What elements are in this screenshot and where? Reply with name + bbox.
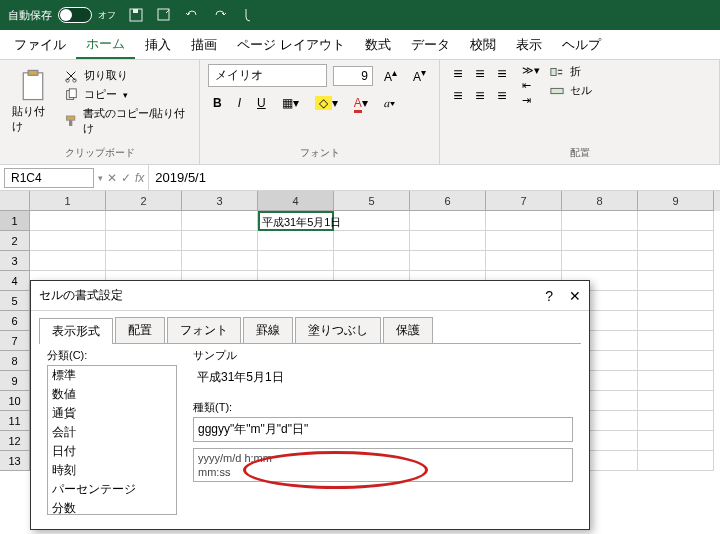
border-button[interactable]: ▦▾: [277, 93, 304, 113]
wrap-text-button[interactable]: 折: [550, 64, 592, 79]
cell[interactable]: [258, 231, 334, 251]
cell[interactable]: [106, 251, 182, 271]
undo-icon[interactable]: [184, 7, 200, 23]
touch-mode-icon[interactable]: [240, 7, 256, 23]
tab-review[interactable]: 校閲: [460, 32, 506, 58]
align-center-icon[interactable]: ≡: [470, 86, 490, 106]
cell[interactable]: [638, 451, 714, 471]
close-icon[interactable]: ✕: [569, 288, 581, 304]
format-painter-button[interactable]: 書式のコピー/貼り付け: [64, 106, 191, 136]
cell[interactable]: [410, 251, 486, 271]
col-header[interactable]: 5: [334, 191, 410, 211]
row-header[interactable]: 2: [0, 231, 30, 251]
cell[interactable]: [106, 231, 182, 251]
cell[interactable]: [30, 251, 106, 271]
cell[interactable]: [334, 231, 410, 251]
cell[interactable]: [638, 311, 714, 331]
cell[interactable]: 平成31年5月1日: [258, 211, 334, 231]
row-header[interactable]: 11: [0, 411, 30, 431]
cat-item[interactable]: 分数: [48, 499, 176, 515]
cancel-formula-icon[interactable]: ✕: [107, 171, 117, 185]
italic-button[interactable]: I: [233, 93, 246, 113]
tab-formulas[interactable]: 数式: [355, 32, 401, 58]
type-list[interactable]: yyyy/m/d h:mm mm:ss: [193, 448, 573, 482]
col-header[interactable]: 8: [562, 191, 638, 211]
align-right-icon[interactable]: ≡: [492, 86, 512, 106]
tab-file[interactable]: ファイル: [4, 32, 76, 58]
copy-button[interactable]: コピー▾: [64, 87, 191, 102]
cell[interactable]: [562, 231, 638, 251]
cat-item[interactable]: 会計: [48, 423, 176, 442]
tab-page-layout[interactable]: ページ レイアウト: [227, 32, 355, 58]
toggle-switch[interactable]: [58, 7, 92, 23]
cell[interactable]: [638, 391, 714, 411]
fx-icon[interactable]: fx: [135, 171, 144, 185]
row-header[interactable]: 3: [0, 251, 30, 271]
formula-input[interactable]: 2019/5/1: [148, 165, 720, 190]
align-bottom-icon[interactable]: ≡: [492, 64, 512, 84]
cell[interactable]: [638, 271, 714, 291]
dtab-alignment[interactable]: 配置: [115, 317, 165, 343]
type-input[interactable]: gggyy"年"m"月"d"日": [193, 417, 573, 442]
name-box[interactable]: R1C4: [4, 168, 94, 188]
category-list[interactable]: 標準 数値 通貨 会計 日付 時刻 パーセンテージ 分数 指数: [47, 365, 177, 515]
autosave-toggle[interactable]: 自動保存 オフ: [8, 7, 116, 23]
cell[interactable]: [486, 251, 562, 271]
dtab-font[interactable]: フォント: [167, 317, 241, 343]
cell[interactable]: [638, 351, 714, 371]
phonetic-button[interactable]: 𝑎▾: [379, 93, 400, 113]
font-size-select[interactable]: 9: [333, 66, 373, 86]
increase-font-icon[interactable]: A▴: [379, 64, 402, 87]
font-name-select[interactable]: メイリオ: [208, 64, 327, 87]
save-as-icon[interactable]: [156, 7, 172, 23]
increase-indent-icon[interactable]: ⇥: [522, 94, 540, 107]
col-header[interactable]: 2: [106, 191, 182, 211]
cat-item[interactable]: 数値: [48, 385, 176, 404]
align-top-icon[interactable]: ≡: [448, 64, 468, 84]
col-header[interactable]: 4: [258, 191, 334, 211]
orientation-button[interactable]: ≫▾: [522, 64, 540, 77]
cell[interactable]: [638, 251, 714, 271]
cat-item[interactable]: 日付: [48, 442, 176, 461]
col-header[interactable]: 1: [30, 191, 106, 211]
underline-button[interactable]: U: [252, 93, 271, 113]
row-header[interactable]: 7: [0, 331, 30, 351]
row-header[interactable]: 13: [0, 451, 30, 471]
cell[interactable]: [106, 211, 182, 231]
bold-button[interactable]: B: [208, 93, 227, 113]
row-header[interactable]: 4: [0, 271, 30, 291]
col-header[interactable]: 3: [182, 191, 258, 211]
type-list-item[interactable]: mm:ss: [198, 465, 568, 479]
redo-icon[interactable]: [212, 7, 228, 23]
cell[interactable]: [410, 211, 486, 231]
cell[interactable]: [410, 231, 486, 251]
dtab-protection[interactable]: 保護: [383, 317, 433, 343]
paste-button[interactable]: 貼り付け: [8, 64, 58, 138]
cell[interactable]: [638, 371, 714, 391]
decrease-font-icon[interactable]: A▾: [408, 64, 431, 87]
cell[interactable]: [638, 411, 714, 431]
help-icon[interactable]: ?: [545, 288, 553, 304]
dtab-number[interactable]: 表示形式: [39, 318, 113, 344]
type-list-item[interactable]: yyyy/m/d h:mm: [198, 451, 568, 465]
cell[interactable]: [638, 211, 714, 231]
merge-button[interactable]: セル: [550, 83, 592, 98]
cut-button[interactable]: 切り取り: [64, 68, 191, 83]
cell[interactable]: [30, 231, 106, 251]
cat-item[interactable]: パーセンテージ: [48, 480, 176, 499]
cell[interactable]: [486, 211, 562, 231]
tab-draw[interactable]: 描画: [181, 32, 227, 58]
tab-insert[interactable]: 挿入: [135, 32, 181, 58]
cell[interactable]: [638, 231, 714, 251]
dtab-fill[interactable]: 塗りつぶし: [295, 317, 381, 343]
fill-color-button[interactable]: ◇▾: [310, 93, 343, 113]
cat-item[interactable]: 時刻: [48, 461, 176, 480]
cell[interactable]: [638, 331, 714, 351]
cell[interactable]: [638, 291, 714, 311]
cat-item[interactable]: 標準: [48, 366, 176, 385]
cell[interactable]: [334, 251, 410, 271]
col-header[interactable]: 7: [486, 191, 562, 211]
row-header[interactable]: 8: [0, 351, 30, 371]
cell[interactable]: [258, 251, 334, 271]
cell[interactable]: [562, 251, 638, 271]
